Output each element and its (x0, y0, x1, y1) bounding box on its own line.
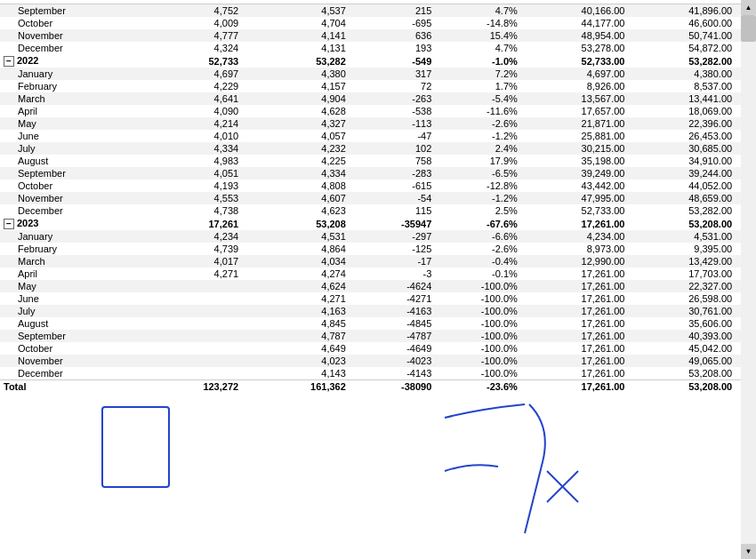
month-totalCPAct: 4,051 (134, 167, 242, 180)
month-totalCPAct: 4,229 (134, 80, 242, 92)
month-pctCPVar: -2.6% (435, 117, 521, 130)
table-row: November4,023-4023-100.0%17,261.0049,065… (0, 355, 756, 367)
month-cpActYTD: 47,995.00 (521, 192, 629, 204)
year-cpVar: -549 (350, 54, 436, 68)
month-totalCPTarg: 4,274 (242, 268, 350, 280)
month-cpTargYTD: 26,453.00 (628, 130, 736, 142)
month-totalCPAct: 4,553 (134, 192, 242, 204)
month-cpVar: -4163 (350, 305, 436, 317)
month-totalCPTarg: 4,141 (242, 29, 350, 42)
year-header-row: −202252,73353,282-549-1.0%52,733.0053,28… (0, 54, 756, 68)
total-cpVar: -38090 (350, 380, 436, 394)
month-totalCPAct: 4,334 (134, 142, 242, 155)
month-totalCPTarg: 4,537 (242, 4, 350, 18)
month-pctCPVar: -100.0% (435, 292, 521, 305)
month-cpTargYTD: 53,208.00 (628, 367, 736, 380)
month-cpActYTD: 17,261.00 (521, 342, 629, 355)
month-pctCPVar: -12.8% (435, 180, 521, 192)
year-label: −2023 (0, 217, 134, 230)
month-cpActYTD: 21,871.00 (521, 117, 629, 130)
table-row: October4,0094,704-695-14.8%44,177.0046,6… (0, 17, 756, 29)
month-totalCPAct (134, 317, 242, 330)
month-label: September (0, 330, 134, 342)
month-cpActYTD: 17,657.00 (521, 105, 629, 117)
svg-line-1 (547, 471, 578, 502)
month-pctCPVar: -2.6% (435, 243, 521, 255)
month-totalCPTarg: 4,649 (242, 342, 350, 355)
month-cpTargYTD: 54,872.00 (628, 42, 736, 54)
table-row: September4,787-4787-100.0%17,261.0040,39… (0, 330, 756, 342)
table-container: September4,7524,5372154.7%40,166.0041,89… (0, 0, 756, 559)
month-totalCPTarg: 4,607 (242, 192, 350, 204)
month-totalCPAct: 4,271 (134, 268, 242, 280)
month-pctCPVar: -0.1% (435, 268, 521, 280)
month-cpVar: 215 (350, 4, 436, 18)
month-cpTargYTD: 18,069.00 (628, 105, 736, 117)
month-cpTargYTD: 45,042.00 (628, 342, 736, 355)
table-row: February4,2294,157721.7%8,926.008,537.00 (0, 80, 756, 92)
month-label: December (0, 42, 134, 54)
month-label: May (0, 117, 134, 130)
expand-icon[interactable]: − (4, 56, 14, 67)
scrollbar-up-arrow[interactable]: ▲ (741, 0, 756, 15)
month-pctCPVar: 2.4% (435, 142, 521, 155)
table-row: November4,7774,14163615.4%48,954.0050,74… (0, 29, 756, 42)
month-totalCPAct: 4,193 (134, 180, 242, 192)
scrollbar-thumb[interactable] (741, 15, 756, 42)
data-table: September4,7524,5372154.7%40,166.0041,89… (0, 0, 756, 393)
month-pctCPVar: -6.5% (435, 167, 521, 180)
month-totalCPTarg: 4,624 (242, 280, 350, 292)
month-pctCPVar: -5.4% (435, 92, 521, 105)
month-cpVar: -47 (350, 130, 436, 142)
month-cpTargYTD: 26,598.00 (628, 292, 736, 305)
expand-icon[interactable]: − (4, 219, 14, 229)
table-row: March4,6414,904-263-5.4%13,567.0013,441.… (0, 92, 756, 105)
month-totalCPAct: 4,641 (134, 92, 242, 105)
month-label: December (0, 204, 134, 217)
month-totalCPTarg: 4,845 (242, 317, 350, 330)
table-row: August4,9834,22575817.9%35,198.0034,910.… (0, 155, 756, 167)
month-totalCPAct: 4,777 (134, 29, 242, 42)
month-pctCPVar: -14.8% (435, 17, 521, 29)
month-totalCPAct (134, 280, 242, 292)
total-row: Total123,272161,362-38090-23.6%17,261.00… (0, 380, 756, 394)
month-cpVar: -17 (350, 255, 436, 268)
month-label: November (0, 355, 134, 367)
month-cpVar: -3 (350, 268, 436, 280)
month-cpTargYTD: 9,395.00 (628, 243, 736, 255)
month-label: December (0, 367, 134, 380)
table-row: December4,7384,6231152.5%52,733.0053,282… (0, 204, 756, 217)
svg-line-2 (547, 471, 578, 502)
month-cpTargYTD: 30,761.00 (628, 305, 736, 317)
month-totalCPTarg: 4,232 (242, 142, 350, 155)
month-label: July (0, 305, 134, 317)
month-cpActYTD: 17,261.00 (521, 317, 629, 330)
month-cpActYTD: 17,261.00 (521, 367, 629, 380)
month-pctCPVar: -11.6% (435, 105, 521, 117)
month-cpTargYTD: 22,327.00 (628, 280, 736, 292)
year-cpTargYTD: 53,282.00 (628, 54, 736, 68)
month-label: May (0, 280, 134, 292)
month-label: February (0, 80, 134, 92)
month-totalCPAct (134, 355, 242, 367)
month-pctCPVar: -100.0% (435, 280, 521, 292)
month-totalCPTarg: 4,225 (242, 155, 350, 167)
month-cpActYTD: 43,442.00 (521, 180, 629, 192)
month-cpVar: -4845 (350, 317, 436, 330)
total-totalCPTarg: 161,362 (242, 380, 350, 394)
month-totalCPTarg: 4,904 (242, 92, 350, 105)
month-cpTargYTD: 53,282.00 (628, 204, 736, 217)
table-row: April4,2714,274-3-0.1%17,261.0017,703.00 (0, 268, 756, 280)
table-row: June4,271-4271-100.0%17,261.0026,598.00 (0, 292, 756, 305)
month-cpVar: -125 (350, 243, 436, 255)
month-cpActYTD: 17,261.00 (521, 355, 629, 367)
month-pctCPVar: -1.2% (435, 130, 521, 142)
month-cpActYTD: 17,261.00 (521, 280, 629, 292)
month-label: June (0, 130, 134, 142)
scrollbar-down-arrow[interactable]: ▼ (741, 544, 756, 559)
month-cpTargYTD: 39,244.00 (628, 167, 736, 180)
month-cpVar: 102 (350, 142, 436, 155)
month-cpTargYTD: 35,606.00 (628, 317, 736, 330)
month-cpVar: -297 (350, 230, 436, 243)
table-row: January4,2344,531-297-6.6%4,234.004,531.… (0, 230, 756, 243)
